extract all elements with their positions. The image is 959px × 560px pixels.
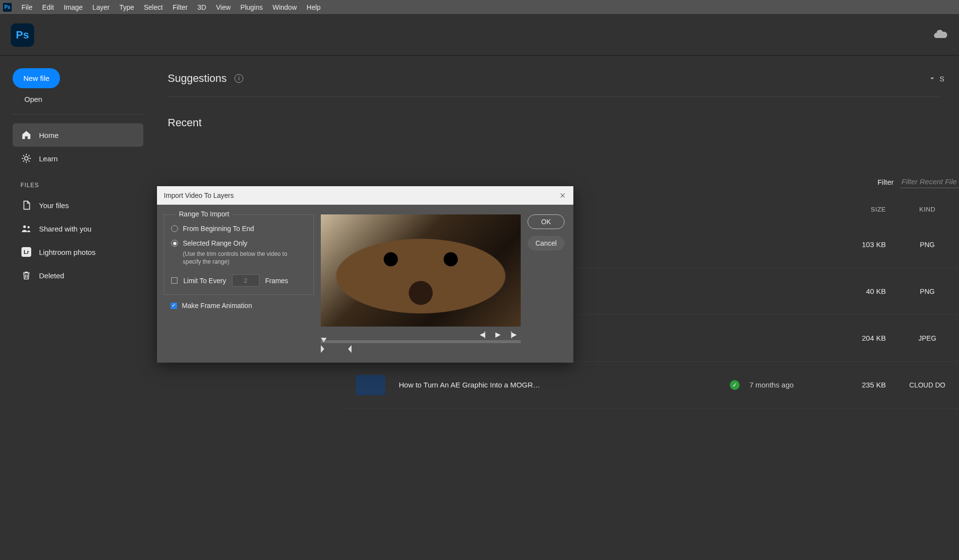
import-video-dialog: Import Video To Layers Range To Import F… xyxy=(157,186,573,363)
frames-label: Frames xyxy=(265,277,288,285)
sidebar-item-label: Deleted xyxy=(39,271,64,280)
make-frame-animation-row[interactable]: Make Frame Animation xyxy=(171,302,314,309)
sidebar-item-your-files[interactable]: Your files xyxy=(13,193,143,217)
file-kind: PNG xyxy=(896,288,959,295)
play-button[interactable]: ▶ xyxy=(495,330,500,338)
trash-icon xyxy=(20,270,32,281)
timeline[interactable] xyxy=(321,340,521,343)
file-name: How to Turn An AE Graphic Into a MOGR… xyxy=(385,381,730,389)
dialog-titlebar[interactable]: Import Video To Layers xyxy=(157,186,573,205)
sidebar-item-shared[interactable]: Shared with you xyxy=(13,217,143,240)
menu-type[interactable]: Type xyxy=(115,3,139,11)
new-file-button[interactable]: New file xyxy=(13,68,60,88)
file-thumb xyxy=(356,375,385,395)
file-size: 235 KB xyxy=(837,381,886,389)
filter-label: Filter xyxy=(878,178,894,186)
svg-point-0 xyxy=(24,156,28,160)
chevron-down-icon xyxy=(929,75,936,82)
open-button[interactable]: Open xyxy=(13,88,143,110)
table-header: SIZE KIND xyxy=(837,206,959,213)
close-icon[interactable] xyxy=(559,192,567,199)
divider xyxy=(168,97,939,97)
app-icon: Ps xyxy=(3,3,12,12)
limit-label: Limit To Every xyxy=(183,277,226,285)
table-row[interactable]: How to Turn An AE Graphic Into a MOGR… ✓… xyxy=(341,362,959,408)
file-kind: JPEG xyxy=(896,334,959,342)
menu-view[interactable]: View xyxy=(211,3,235,11)
range-hint: (Use the trim controls below the video t… xyxy=(171,250,307,266)
step-back-button[interactable]: ◀| xyxy=(480,330,485,338)
video-preview xyxy=(321,214,521,327)
sidebar-item-label: Shared with you xyxy=(39,225,92,233)
sidebar-item-home[interactable]: Home xyxy=(13,123,143,147)
menu-help[interactable]: Help xyxy=(302,3,326,11)
sidebar: New file Open Home Learn FILES Your file… xyxy=(0,56,151,560)
cancel-button[interactable]: Cancel xyxy=(528,236,565,251)
radio-selected-range[interactable]: Selected Range Only xyxy=(171,239,307,247)
file-size: 204 KB xyxy=(837,334,886,342)
menu-image[interactable]: Image xyxy=(59,3,88,11)
menu-filter[interactable]: Filter xyxy=(168,3,193,11)
trim-out-handle[interactable] xyxy=(348,345,352,353)
filter-row: Filter xyxy=(878,175,959,188)
sidebar-item-label: Your files xyxy=(39,201,69,210)
limit-input[interactable] xyxy=(232,274,259,287)
frame-anim-label: Make Frame Animation xyxy=(182,302,252,309)
svg-point-2 xyxy=(27,226,30,229)
menu-plugins[interactable]: Plugins xyxy=(235,3,268,11)
menubar: Ps File Edit Image Layer Type Select Fil… xyxy=(0,0,959,15)
col-size[interactable]: SIZE xyxy=(837,206,886,213)
menu-edit[interactable]: Edit xyxy=(38,3,59,11)
svg-point-1 xyxy=(23,226,26,229)
toolbar: Ps xyxy=(0,15,959,56)
ps-logo: Ps xyxy=(11,23,34,47)
menu-file[interactable]: File xyxy=(17,3,38,11)
radio-label: From Beginning To End xyxy=(183,225,254,232)
cloud-status-icon[interactable] xyxy=(933,26,948,44)
step-forward-button[interactable]: |▶ xyxy=(510,330,516,338)
suggestions-toggle[interactable]: S xyxy=(929,75,944,83)
document-icon xyxy=(20,199,32,211)
range-to-import-group: Range To Import From Beginning To End Se… xyxy=(164,214,314,295)
dialog-title: Import Video To Layers xyxy=(164,192,234,199)
col-kind[interactable]: KIND xyxy=(896,206,959,213)
preview-column: ◀| ▶ |▶ xyxy=(321,214,521,352)
suggestions-toggle-label: S xyxy=(939,75,944,83)
sidebar-item-deleted[interactable]: Deleted xyxy=(13,264,143,287)
people-icon xyxy=(20,223,32,234)
file-size: 40 KB xyxy=(837,287,886,295)
radio-icon xyxy=(171,240,178,247)
sidebar-item-label: Learn xyxy=(39,154,58,163)
limit-row: Limit To Every Frames xyxy=(171,274,307,287)
playhead-icon[interactable] xyxy=(321,338,327,342)
file-size: 103 KB xyxy=(837,240,886,249)
ok-button[interactable]: OK xyxy=(528,214,565,229)
file-kind: PNG xyxy=(896,241,959,249)
radio-label: Selected Range Only xyxy=(183,239,247,247)
sidebar-item-lightroom[interactable]: Lr Lightroom photos xyxy=(13,240,143,264)
dialog-buttons: OK Cancel xyxy=(528,214,565,352)
trim-in-handle[interactable] xyxy=(321,345,324,353)
sidebar-item-label: Home xyxy=(39,131,59,139)
file-ago: 7 months ago xyxy=(749,381,837,389)
sidebar-item-label: Lightroom photos xyxy=(39,248,96,256)
menu-select[interactable]: Select xyxy=(139,3,168,11)
home-icon xyxy=(20,129,32,141)
menu-3d[interactable]: 3D xyxy=(193,3,211,11)
menu-window[interactable]: Window xyxy=(268,3,302,11)
divider xyxy=(13,114,143,115)
limit-checkbox[interactable] xyxy=(171,277,177,284)
cloud-synced-icon: ✓ xyxy=(730,380,740,390)
menu-layer[interactable]: Layer xyxy=(88,3,115,11)
radio-from-beginning[interactable]: From Beginning To End xyxy=(171,225,307,232)
suggestions-title: Suggestions xyxy=(168,72,227,85)
filter-input[interactable] xyxy=(900,175,959,188)
frame-anim-checkbox[interactable] xyxy=(171,303,177,309)
file-kind: CLOUD DO xyxy=(896,381,959,389)
trim-bar[interactable] xyxy=(321,345,521,352)
range-legend: Range To Import xyxy=(175,210,233,218)
transport-controls: ◀| ▶ |▶ xyxy=(321,327,521,339)
sidebar-item-learn[interactable]: Learn xyxy=(13,147,143,170)
info-icon[interactable]: i xyxy=(235,74,243,83)
lightroom-icon: Lr xyxy=(20,246,32,258)
